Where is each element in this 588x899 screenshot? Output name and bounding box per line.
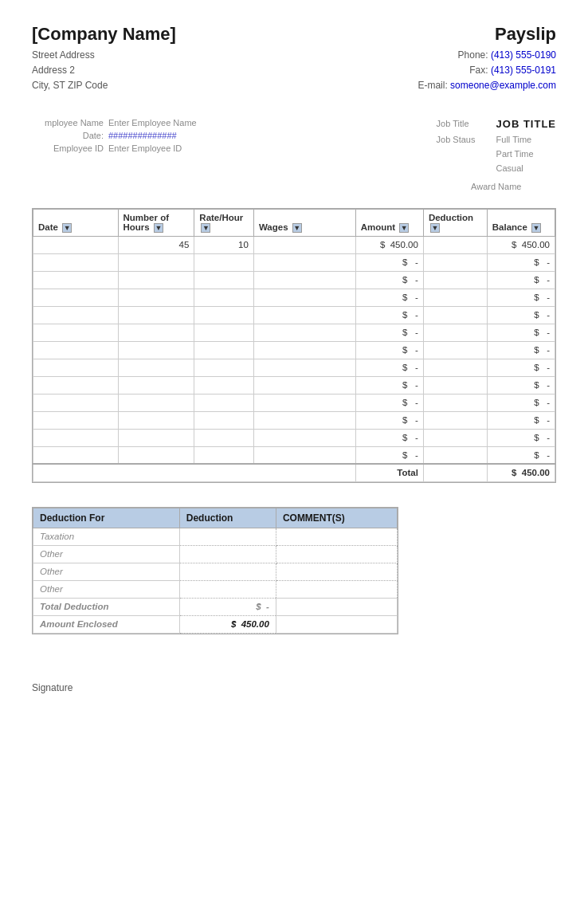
table-row: $ - $ - (33, 271, 555, 289)
employee-name-value: Enter Employee Name (108, 118, 197, 128)
main-table-wrapper: Date ▼ Number of Hours ▼ Rate/Hour ▼ Wag… (32, 208, 556, 483)
cell-balance: $ - (487, 271, 555, 289)
table-row: $ - $ - (33, 289, 555, 306)
payslip-info: Payslip Phone: (413) 555-0190 Fax: (413)… (417, 24, 556, 94)
amount-enclosed-comment (276, 615, 397, 633)
cell-balance: $ - (487, 359, 555, 376)
employee-name-row: mployee Name Enter Employee Name (32, 118, 197, 128)
page-header: [Company Name] Street Address Address 2 … (32, 24, 556, 94)
cell-amount: $ - (355, 324, 423, 341)
cell-hours (118, 359, 194, 376)
table-row: $ - $ - (33, 376, 555, 394)
cell-date (33, 376, 119, 394)
ded-amount (179, 545, 276, 563)
cell-date (33, 359, 119, 376)
cell-balance: $ - (487, 253, 555, 271)
cell-rate (194, 394, 254, 411)
cell-deduction (423, 446, 487, 464)
cell-amount: $ - (355, 411, 423, 429)
cell-deduction (423, 341, 487, 359)
ded-comment (276, 545, 397, 563)
cell-amount: $ - (355, 341, 423, 359)
balance-dropdown[interactable]: ▼ (531, 223, 541, 233)
total-deduction-label: Total Deduction (33, 598, 180, 615)
cell-hours (118, 253, 194, 271)
cell-wages (253, 306, 355, 324)
cell-hours (118, 306, 194, 324)
cell-wages (253, 253, 355, 271)
table-row: $ - $ - (33, 341, 555, 359)
cell-hours (118, 324, 194, 341)
phone-row: Phone: (413) 555-0190 (417, 48, 556, 63)
job-status-row3: Casual (437, 163, 556, 173)
amount-dropdown[interactable]: ▼ (399, 223, 409, 233)
employee-id-value: Enter Employee ID (108, 143, 182, 153)
amount-enclosed-label: Amount Enclosed (33, 615, 180, 633)
cell-deduction (423, 394, 487, 411)
cell-date (33, 289, 119, 306)
cell-balance: $ - (487, 341, 555, 359)
total-deduction-row: Total Deduction $ - (33, 598, 398, 615)
cell-rate (194, 324, 254, 341)
cell-balance: $ - (487, 306, 555, 324)
cell-wages (253, 394, 355, 411)
col-header-rate: Rate/Hour ▼ (194, 209, 254, 236)
cell-hours (118, 411, 194, 429)
ded-for: Other (33, 580, 180, 598)
cell-date (33, 411, 119, 429)
cell-balance: $ - (487, 324, 555, 341)
amount-enclosed-value: $ 450.00 (179, 615, 276, 633)
cell-rate (194, 446, 254, 464)
deduction-dropdown[interactable]: ▼ (430, 223, 440, 233)
signature-section: Signature (32, 682, 556, 693)
cell-wages (253, 324, 355, 341)
deduction-table: Deduction For Deduction COMMENT(S) Taxat… (33, 508, 398, 634)
table-row: $ - $ - (33, 306, 555, 324)
table-row: $ - $ - (33, 359, 555, 376)
date-value: ############## (108, 131, 177, 140)
ded-for: Other (33, 563, 180, 580)
job-title-row: Job Title JOB TITLE (437, 118, 556, 130)
date-dropdown[interactable]: ▼ (62, 223, 72, 233)
deduction-col-for: Deduction For (33, 508, 180, 528)
phone-value: (413) 555-0190 (491, 49, 556, 61)
ded-for: Taxation (33, 528, 180, 545)
deduction-row: Other (33, 580, 398, 598)
cell-rate (194, 411, 254, 429)
col-header-deduction: Deduction ▼ (423, 209, 487, 236)
award-row: Award Name (437, 181, 556, 192)
cell-wages (253, 376, 355, 394)
cell-rate (194, 376, 254, 394)
job-title-label: Job Title (437, 119, 488, 128)
cell-hours (118, 446, 194, 464)
total-deduction-amount: $ - (179, 598, 276, 615)
table-row: $ - $ - (33, 394, 555, 411)
cell-amount: $ - (355, 446, 423, 464)
cell-amount: $ - (355, 359, 423, 376)
total-value: $ 450.00 (487, 464, 555, 481)
cell-amount: $ - (355, 306, 423, 324)
cell-deduction (423, 376, 487, 394)
email-value: someone@example.com (450, 80, 556, 91)
wages-dropdown[interactable]: ▼ (292, 223, 302, 233)
payslip-contact: Phone: (413) 555-0190 Fax: (413) 555-019… (417, 48, 556, 94)
cell-rate (194, 429, 254, 446)
cell-rate (194, 253, 254, 271)
cell-balance: $ - (487, 411, 555, 429)
cell-deduction (423, 236, 487, 253)
cell-wages (253, 429, 355, 446)
hours-dropdown[interactable]: ▼ (154, 223, 163, 233)
job-status-label: Job Staus (437, 135, 488, 144)
col-header-balance: Balance ▼ (487, 209, 555, 236)
cell-wages (253, 446, 355, 464)
cell-amount: $ - (355, 394, 423, 411)
email-label: E-mail: (417, 80, 447, 91)
fax-value: (413) 555-0191 (491, 65, 556, 76)
col-header-wages: Wages ▼ (253, 209, 355, 236)
total-empty (33, 464, 356, 481)
deduction-row: Other (33, 563, 398, 580)
cell-amount: $ - (355, 376, 423, 394)
cell-date (33, 324, 119, 341)
payslip-table: Date ▼ Number of Hours ▼ Rate/Hour ▼ Wag… (33, 209, 555, 482)
rate-dropdown[interactable]: ▼ (201, 223, 210, 233)
